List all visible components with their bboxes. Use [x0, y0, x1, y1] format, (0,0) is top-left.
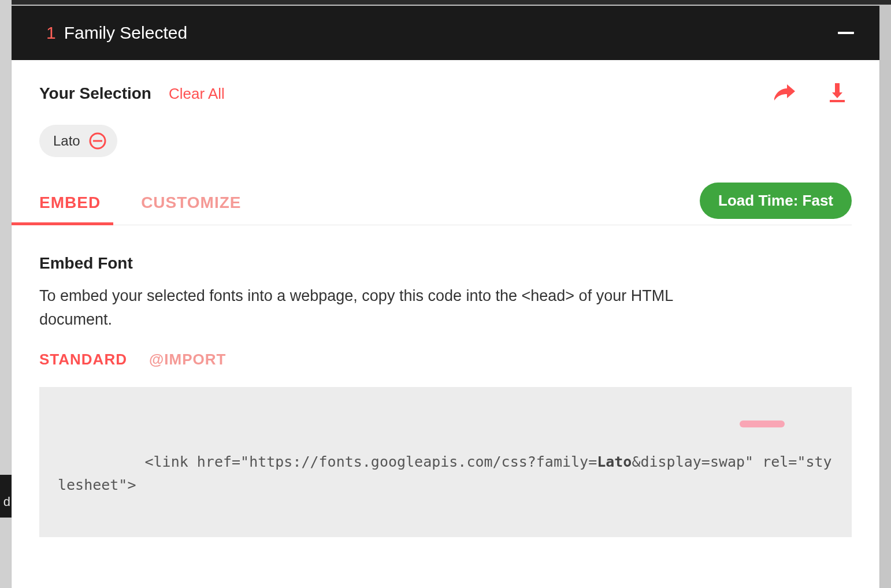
font-chip-lato: Lato — [39, 125, 117, 157]
window-chrome-strip — [0, 0, 891, 5]
svg-rect-2 — [93, 140, 102, 142]
collapse-icon[interactable] — [838, 32, 854, 34]
highlight-marker — [740, 420, 785, 427]
tab-embed[interactable]: EMBED — [39, 183, 101, 225]
download-icon[interactable] — [827, 82, 847, 105]
embed-method-row: STANDARD @IMPORT — [39, 351, 852, 369]
svg-rect-0 — [830, 100, 845, 102]
selection-row: Your Selection Clear All — [39, 82, 852, 105]
drawer-header: 1 Family Selected — [12, 6, 879, 60]
clear-all-button[interactable]: Clear All — [169, 85, 225, 103]
drawer-title-text: Family Selected — [64, 23, 187, 43]
method-import[interactable]: @IMPORT — [149, 351, 226, 369]
load-time-badge: Load Time: Fast — [700, 183, 852, 219]
method-standard[interactable]: STANDARD — [39, 351, 127, 369]
code-prefix: <link href="https://fonts.googleapis.com… — [145, 453, 597, 470]
code-swap: swap — [710, 453, 745, 470]
drawer-title: 1 Family Selected — [46, 23, 187, 43]
share-icon[interactable] — [773, 83, 796, 104]
selected-count: 1 — [46, 23, 56, 43]
embed-description: To embed your selected fonts into a webp… — [39, 284, 721, 331]
your-selection-label: Your Selection — [39, 84, 151, 103]
embed-heading: Embed Font — [39, 254, 852, 273]
drawer-content: Your Selection Clear All — [12, 60, 879, 588]
chip-label: Lato — [53, 133, 80, 149]
font-selection-drawer: 1 Family Selected Your Selection Clear A… — [12, 6, 879, 588]
remove-font-icon[interactable] — [88, 132, 107, 150]
code-mid: &display= — [632, 453, 710, 470]
code-family: Lato — [597, 453, 632, 470]
tabs-row: EMBED CUSTOMIZE Load Time: Fast — [39, 183, 852, 225]
embed-section: Embed Font To embed your selected fonts … — [39, 225, 852, 537]
chip-row: Lato — [39, 125, 852, 157]
tab-customize[interactable]: CUSTOMIZE — [141, 183, 241, 225]
embed-code-box[interactable]: <link href="https://fonts.googleapis.com… — [39, 387, 852, 537]
background-letter-fragment: d — [0, 475, 12, 518]
